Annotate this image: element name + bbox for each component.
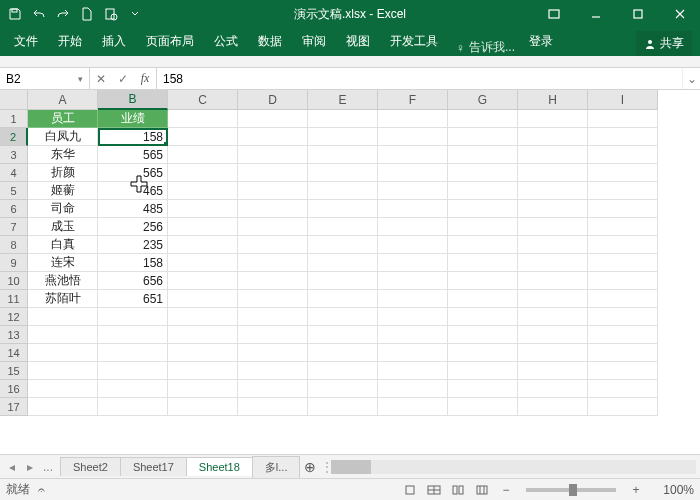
cell[interactable] xyxy=(28,326,98,344)
cell[interactable] xyxy=(518,236,588,254)
cell[interactable] xyxy=(238,218,308,236)
tab-file[interactable]: 文件 xyxy=(4,27,48,56)
cell[interactable] xyxy=(168,272,238,290)
cell[interactable] xyxy=(448,218,518,236)
cell[interactable] xyxy=(448,182,518,200)
cell[interactable]: 姬蘅 xyxy=(28,182,98,200)
cell[interactable] xyxy=(448,200,518,218)
cell[interactable] xyxy=(168,344,238,362)
zoom-level[interactable]: 100% xyxy=(650,483,694,497)
tab-page-layout[interactable]: 页面布局 xyxy=(136,27,204,56)
cell[interactable] xyxy=(378,290,448,308)
cell[interactable] xyxy=(518,398,588,416)
tab-data[interactable]: 数据 xyxy=(248,27,292,56)
cell[interactable] xyxy=(238,380,308,398)
cell[interactable] xyxy=(448,344,518,362)
cell[interactable] xyxy=(588,164,658,182)
cell[interactable] xyxy=(588,344,658,362)
cell[interactable] xyxy=(168,236,238,254)
cell[interactable] xyxy=(378,398,448,416)
cell[interactable] xyxy=(518,110,588,128)
cell[interactable] xyxy=(448,290,518,308)
row-header[interactable]: 9 xyxy=(0,254,28,272)
tell-me-search[interactable]: ♀ 告诉我... xyxy=(456,39,515,56)
formula-input[interactable]: 158 xyxy=(157,68,682,89)
cell[interactable] xyxy=(448,146,518,164)
cell[interactable] xyxy=(28,344,98,362)
col-header-I[interactable]: I xyxy=(588,90,658,110)
cell[interactable] xyxy=(168,218,238,236)
cell[interactable] xyxy=(378,164,448,182)
row-header[interactable]: 4 xyxy=(0,164,28,182)
cell[interactable] xyxy=(168,128,238,146)
cell[interactable]: 465 xyxy=(98,182,168,200)
cell[interactable] xyxy=(588,272,658,290)
cell[interactable]: 158 xyxy=(98,254,168,272)
row-header[interactable]: 16 xyxy=(0,380,28,398)
row-header[interactable]: 17 xyxy=(0,398,28,416)
fill-handle[interactable] xyxy=(164,142,168,146)
insert-function-icon[interactable]: fx xyxy=(134,68,156,90)
cell[interactable] xyxy=(308,398,378,416)
cell[interactable] xyxy=(518,326,588,344)
share-button[interactable]: 共享 xyxy=(636,31,692,56)
cancel-formula-icon[interactable]: ✕ xyxy=(90,68,112,90)
cell[interactable] xyxy=(168,290,238,308)
cell[interactable] xyxy=(168,380,238,398)
row-header[interactable]: 7 xyxy=(0,218,28,236)
normal-view-icon[interactable] xyxy=(424,481,444,499)
cell[interactable] xyxy=(448,236,518,254)
cell[interactable] xyxy=(518,254,588,272)
cell[interactable] xyxy=(588,380,658,398)
cell[interactable] xyxy=(308,380,378,398)
cell[interactable] xyxy=(308,254,378,272)
grid-body[interactable]: 1员工业绩2白凤九1583东华5654折颜5655姬蘅4656司命4857成玉2… xyxy=(0,110,700,454)
cell[interactable]: 白真 xyxy=(28,236,98,254)
ribbon-display-icon[interactable] xyxy=(534,0,574,28)
cell[interactable] xyxy=(378,218,448,236)
cell[interactable] xyxy=(238,128,308,146)
macro-record-icon[interactable] xyxy=(400,481,420,499)
cell[interactable] xyxy=(378,128,448,146)
close-icon[interactable] xyxy=(660,0,700,28)
cell[interactable] xyxy=(518,182,588,200)
cell[interactable] xyxy=(378,362,448,380)
cell[interactable] xyxy=(308,110,378,128)
cell[interactable] xyxy=(98,380,168,398)
cell[interactable] xyxy=(28,398,98,416)
sheet-more-icon[interactable]: ... xyxy=(40,457,56,477)
cell[interactable] xyxy=(448,380,518,398)
cell[interactable] xyxy=(588,110,658,128)
zoom-slider[interactable] xyxy=(526,488,616,492)
cell[interactable] xyxy=(588,182,658,200)
zoom-thumb[interactable] xyxy=(569,484,577,496)
cell[interactable] xyxy=(378,236,448,254)
cell[interactable] xyxy=(238,164,308,182)
cell[interactable]: 折颜 xyxy=(28,164,98,182)
cell[interactable] xyxy=(518,146,588,164)
cell[interactable] xyxy=(238,398,308,416)
cell[interactable] xyxy=(588,200,658,218)
cell[interactable] xyxy=(238,290,308,308)
row-header[interactable]: 13 xyxy=(0,326,28,344)
cell[interactable] xyxy=(238,254,308,272)
cell[interactable] xyxy=(378,254,448,272)
cell[interactable] xyxy=(448,164,518,182)
row-header[interactable]: 12 xyxy=(0,308,28,326)
cell[interactable] xyxy=(378,200,448,218)
cell[interactable] xyxy=(308,272,378,290)
cell[interactable] xyxy=(588,308,658,326)
zoom-out-button[interactable]: − xyxy=(496,481,516,499)
cell[interactable] xyxy=(518,344,588,362)
cell[interactable]: 485 xyxy=(98,200,168,218)
cell[interactable] xyxy=(168,326,238,344)
cell[interactable]: 苏陌叶 xyxy=(28,290,98,308)
cell[interactable]: 员工 xyxy=(28,110,98,128)
cell[interactable] xyxy=(448,326,518,344)
cell[interactable]: 东华 xyxy=(28,146,98,164)
cell[interactable] xyxy=(98,398,168,416)
cell[interactable] xyxy=(518,272,588,290)
cell[interactable]: 连宋 xyxy=(28,254,98,272)
cell[interactable] xyxy=(588,128,658,146)
cell[interactable] xyxy=(168,362,238,380)
